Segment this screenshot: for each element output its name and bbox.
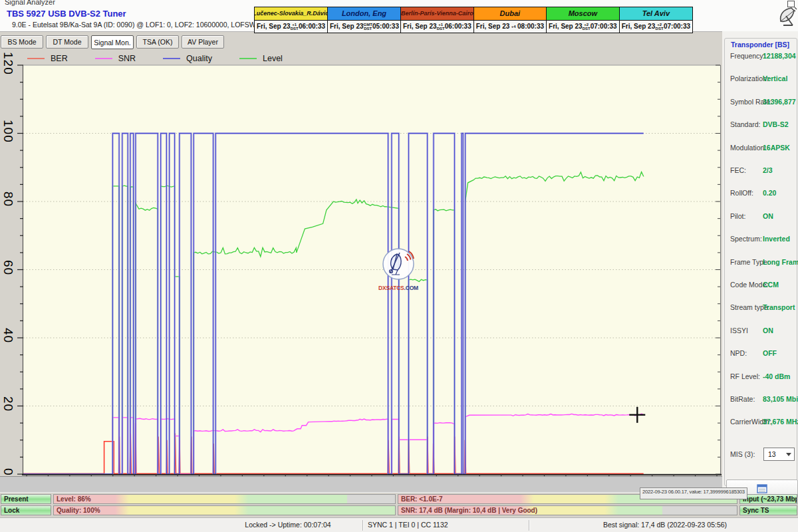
clock-hms: 06:00:33 (445, 23, 471, 30)
legend-label: SNR (118, 54, 136, 63)
transponder-value: ON (763, 212, 773, 220)
clock-date: Fri, Sep 23 (622, 23, 656, 30)
world-clock: Lučenec-Slovakia_R.DávidFri, Sep 23+1DST… (255, 7, 328, 33)
chart-tooltip: 2022-09-23 06.00.17, value: 17,399999618… (640, 487, 747, 499)
transponder-row: Symbol Rate:31396,877 KS/s (725, 98, 798, 107)
clock-hms: 08:00:33 (517, 23, 544, 30)
uptime-status: Locked -> Uptime: 00:07:04 (218, 521, 358, 529)
dxsatcs-watermark: DXSATCS.COM (377, 247, 420, 289)
clock-offset: GMTDST (364, 23, 372, 31)
transponder-value: Long Frame (763, 258, 798, 266)
y-axis-label: 60 (2, 260, 14, 275)
transponder-label: Spectrum: (730, 235, 762, 243)
tab-dt-mode[interactable]: DT Mode (46, 35, 88, 49)
chevron-down-icon (786, 453, 791, 456)
transponder-label: RF Level: (730, 372, 760, 380)
transponder-value: 12188,304 MHz (763, 52, 798, 60)
transponder-value: 31396,877 KS/s (763, 98, 798, 106)
bar-label: Present (4, 495, 29, 503)
y-axis-label: 120 (2, 52, 14, 75)
clock-city-label: Lučenec-Slovakia_R.Dávid (255, 7, 327, 21)
legend-swatch (239, 58, 257, 59)
mis-label: MIS (3): (730, 450, 755, 458)
y-axis-label: 100 (2, 120, 14, 143)
sync-status: SYNC 1 | TEI 0 | CC 1132 (368, 521, 448, 529)
best-signal-status: Best signal: 17,4 dB (2022-09-23 05:56) (572, 521, 758, 529)
transponder-value: Transport (763, 303, 795, 311)
bar-label: Input (~23,73 Mbps) (743, 495, 797, 503)
clock-offset: +1DST (291, 23, 299, 31)
tab-tsa-ok-[interactable]: TSA (OK) (136, 35, 179, 49)
transponder-label: RollOff: (730, 189, 753, 197)
clock-offset: +2DST (583, 23, 591, 31)
clock-date: Fri, Sep 23 (549, 23, 583, 30)
clock-offset: +4 (509, 25, 517, 29)
y-axis-label: 20 (2, 396, 14, 412)
mode-tabs: BS ModeDT ModeSignal Mon.TSA (OK)AV Play… (1, 35, 227, 49)
transponder-row: RollOff:0.20 (725, 189, 798, 198)
clock-date: Fri, Sep 23 (476, 23, 510, 30)
signal-chart-area: 020406080100120 DXSATCS.COM 2022-09-23 0… (0, 65, 722, 495)
clock-time: Fri, Sep 23+2DST07:00:33 (620, 21, 692, 33)
chart-legend: BERSNRQualityLevel (0, 52, 722, 65)
signal-chart[interactable] (0, 65, 722, 495)
transponder-row: Standard:DVB-S2 (725, 120, 798, 130)
transponder-row: CarrierWidth:37,676 MHz (725, 418, 798, 427)
transponder-row: Stream type:Transport (725, 303, 798, 313)
legend-item-quality: Quality (163, 54, 212, 63)
y-axis-label: 0 (2, 468, 14, 476)
tab-av-player[interactable]: AV Player (182, 35, 224, 49)
clock-date: Fri, Sep 23 (330, 23, 364, 30)
clock-hms: 07:00:33 (591, 23, 617, 30)
statusbar-divider (362, 520, 363, 531)
clock-time: Fri, Sep 23+1DST06:00:33 (401, 21, 473, 33)
world-clock: Berlín-París-Vienna-CairoFri, Sep 23+1DS… (401, 7, 474, 33)
status-indicator-bar: Present (1, 494, 51, 504)
clock-time: Fri, Sep 23+408:00:33 (474, 21, 546, 33)
transponder-value: 2/3 (763, 166, 773, 174)
meter-gradient (54, 495, 347, 503)
legend-swatch (27, 58, 45, 59)
legend-label: Quality (186, 54, 212, 63)
transponder-row: Code Mode:CCM (725, 281, 798, 290)
transponder-value: Inverted (763, 235, 790, 243)
chart-scroll-band[interactable] (0, 476, 722, 493)
transponder-label: ISSYI (730, 327, 748, 334)
window-title: Signal Analyzer (5, 0, 55, 6)
mis-value: 13 (768, 450, 776, 458)
clock-city-label: Tel Aviv (620, 7, 692, 21)
meter-bar: Quality: 100% (53, 505, 396, 515)
transponder-label: Frequency: (730, 52, 765, 60)
transponder-groupbox: Transponder [BS] Frequency:12188,304 MHz… (724, 38, 797, 486)
transponder-label: Pilot: (730, 212, 745, 220)
transponder-value: -40 dBm (763, 372, 790, 380)
tab-signal-mon-[interactable]: Signal Mon. (91, 35, 134, 49)
transponder-value: 16APSK (763, 144, 790, 152)
transponder-row: NPD:OFF (725, 349, 798, 358)
legend-item-level: Level (239, 54, 283, 63)
bar-label: Lock (4, 507, 19, 514)
transponder-title: Transponder [BS] (729, 41, 791, 49)
transponder-row: BitRate:83,105 Mbit/s (725, 395, 798, 404)
meter-fill (54, 506, 395, 515)
legend-swatch (95, 58, 112, 59)
clock-time: Fri, Sep 23+2DST07:00:33 (547, 21, 619, 33)
transponder-value: CCM (763, 281, 779, 289)
tab-bs-mode[interactable]: BS Mode (1, 35, 43, 49)
clock-city-label: Dubai (474, 7, 546, 21)
clock-time: Fri, Sep 23GMTDST05:00:33 (328, 21, 400, 33)
clock-offset: +1DST (437, 23, 445, 31)
y-axis-label: 80 (2, 192, 14, 207)
world-clock: Tel AvivFri, Sep 23+2DST07:00:33 (620, 7, 692, 33)
mis-dropdown[interactable]: 13 (763, 448, 795, 461)
transponder-value: ON (763, 327, 773, 334)
legend-label: Level (263, 54, 283, 63)
world-clock: MoscowFri, Sep 23+2DST07:00:33 (547, 7, 620, 33)
legend-swatch (163, 58, 180, 59)
transponder-value: OFF (763, 349, 777, 357)
transponder-value: 0.20 (763, 189, 776, 197)
bar-label: Sync TS (743, 507, 769, 514)
watermark-text: DXSATCS.COM (377, 285, 420, 291)
y-axis-label: 40 (2, 328, 14, 343)
transponder-panel: Transponder [BS] Frequency:12188,304 MHz… (722, 31, 798, 493)
